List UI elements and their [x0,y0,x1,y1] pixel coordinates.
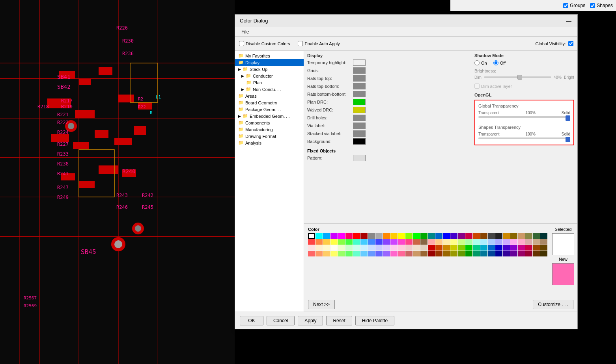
color-cell-112[interactable] [428,251,435,256]
color-cell-56[interactable] [488,239,495,245]
dialog-close-button[interactable]: — [565,17,573,25]
tree-item-drawing-format[interactable]: 📁 Drawing Format [235,133,304,139]
color-cell-53[interactable] [465,239,472,245]
color-cell-45[interactable] [405,239,413,245]
color-cell-122[interactable] [503,251,510,256]
color-cell-114[interactable] [443,251,450,256]
tree-item-display[interactable]: 📁 Display [235,59,304,66]
color-cell-103[interactable] [360,251,368,256]
color-cell-67[interactable] [330,245,338,251]
shapes-checkbox[interactable] [590,3,595,8]
color-cell-94[interactable] [533,245,540,251]
hide-palette-button[interactable]: Hide Palette [355,316,394,325]
shadow-on-radio[interactable] [474,60,480,65]
color-cell-120[interactable] [488,251,495,256]
color-cell-125[interactable] [525,251,532,256]
color-swatch-rats-bottom-bottom[interactable] [353,91,366,97]
color-cell-86[interactable] [473,245,480,251]
color-cell-74[interactable] [383,245,390,251]
color-cell-91[interactable] [510,245,517,251]
color-cell-75[interactable] [390,245,398,251]
color-cell-35[interactable] [330,239,338,245]
color-cell-3[interactable] [330,233,338,239]
color-cell-29[interactable] [525,233,532,239]
color-cell-82[interactable] [443,245,450,251]
color-swatch-drill-holes[interactable] [353,115,366,121]
color-cell-22[interactable] [473,233,480,239]
color-cell-24[interactable] [488,233,495,239]
color-cell-42[interactable] [383,239,390,245]
groups-checkbox[interactable] [563,3,568,8]
color-cell-33[interactable] [315,239,323,245]
groups-checkbox-container[interactable]: Groups [563,3,585,8]
color-cell-6[interactable] [353,233,360,239]
color-cell-34[interactable] [323,239,330,245]
color-cell-26[interactable] [503,233,510,239]
color-cell-85[interactable] [465,245,472,251]
color-cell-62[interactable] [533,239,540,245]
color-cell-105[interactable] [375,251,383,256]
color-cell-17[interactable] [435,233,442,239]
color-cell-65[interactable] [315,245,323,251]
color-cell-111[interactable] [420,251,427,256]
color-swatch-background[interactable] [353,138,366,145]
color-cell-13[interactable] [405,233,413,239]
tree-item-conductor[interactable]: ▶ 📁 Conductor [235,72,304,79]
color-cell-124[interactable] [518,251,525,256]
color-cell-23[interactable] [480,233,487,239]
new-swatch[interactable] [552,263,574,285]
color-cell-72[interactable] [368,245,375,251]
color-cell-41[interactable] [375,239,383,245]
tree-item-non-cond[interactable]: ▶ 📁 Non-Condu. . . [235,86,304,93]
color-cell-44[interactable] [398,239,405,245]
color-cell-31[interactable] [540,233,547,239]
color-cell-54[interactable] [473,239,480,245]
color-cell-36[interactable] [338,239,345,245]
color-cell-79[interactable] [420,245,427,251]
color-cell-88[interactable] [488,245,495,251]
color-cell-8[interactable] [368,233,375,239]
color-cell-49[interactable] [435,239,442,245]
color-cell-52[interactable] [458,239,465,245]
color-cell-47[interactable] [420,239,427,245]
color-cell-102[interactable] [353,251,360,256]
color-cell-32[interactable] [308,239,315,245]
shapes-checkbox-container[interactable]: Shapes [590,3,613,8]
color-cell-81[interactable] [435,245,442,251]
shapes-transparency-slider-container[interactable] [478,137,570,141]
color-cell-98[interactable] [323,251,330,256]
color-cell-30[interactable] [533,233,540,239]
color-cell-40[interactable] [368,239,375,245]
color-cell-80[interactable] [428,245,435,251]
brightness-slider-thumb[interactable] [517,75,522,80]
color-cell-108[interactable] [398,251,405,256]
color-cell-84[interactable] [458,245,465,251]
cancel-button[interactable]: Cancel [267,316,295,325]
color-cell-127[interactable] [540,251,547,256]
color-cell-70[interactable] [353,245,360,251]
color-cell-50[interactable] [443,239,450,245]
color-cell-68[interactable] [338,245,345,251]
shadow-off-radio-container[interactable]: Off [493,60,506,65]
color-cell-7[interactable] [360,233,368,239]
color-cell-109[interactable] [405,251,413,256]
file-menu-item[interactable]: File [238,28,252,35]
tree-item-favorites[interactable]: 📁 My Favorites [235,52,304,59]
color-cell-16[interactable] [428,233,435,239]
tree-item-plan[interactable]: 📁 Plan [235,79,304,86]
color-cell-106[interactable] [383,251,390,256]
global-transparency-slider-container[interactable] [478,116,570,120]
color-cell-55[interactable] [480,239,487,245]
color-cell-89[interactable] [495,245,502,251]
color-cell-28[interactable] [518,233,525,239]
color-swatch-waived-drc[interactable] [353,107,366,113]
customize-button[interactable]: Customize . . . [533,300,573,309]
color-cell-46[interactable] [413,239,420,245]
color-cell-15[interactable] [420,233,427,239]
color-cell-51[interactable] [450,239,457,245]
color-cell-123[interactable] [510,251,517,256]
color-cell-10[interactable] [383,233,390,239]
color-cell-100[interactable] [338,251,345,256]
color-cell-25[interactable] [495,233,502,239]
color-cell-21[interactable] [465,233,472,239]
